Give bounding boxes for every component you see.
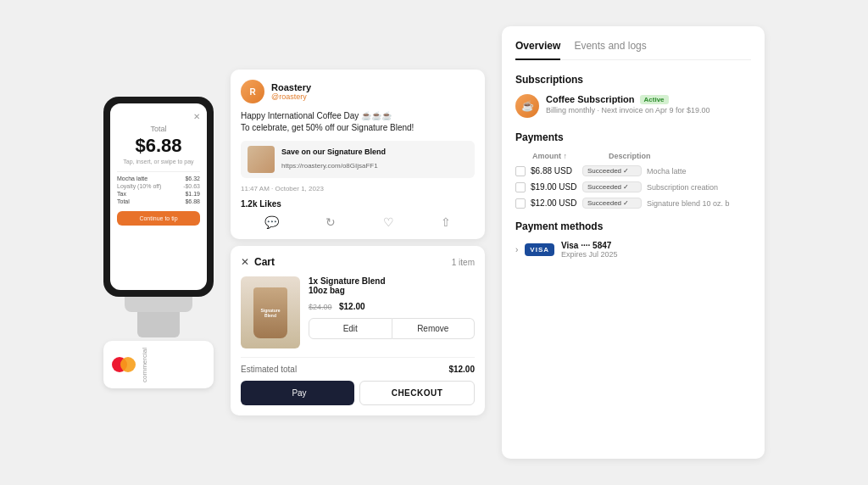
cart-item-image: SignatureBlend [241,276,300,348]
mastercard-icon [112,357,136,372]
payment-checkbox-1[interactable] [515,166,526,176]
reply-button[interactable]: 💬 [264,215,279,229]
terminal-stand [137,312,180,337]
terminal-subtitle: Tap, insert, or swipe to pay [117,159,200,164]
subscription-name: Coffee Subscription [546,94,635,104]
cart-title-row: ✕ Cart [241,256,275,268]
subscriptions-title: Subscriptions [515,74,751,86]
line-item-tax: Tax $1.19 [117,191,200,197]
payment-methods-title: Payment methods [515,220,751,232]
terminal-base [125,297,192,312]
payment-amount-3: $12.00 USD [531,198,577,208]
cart-footer: Estimated total $12.00 Pay CHECKOUT [241,357,475,405]
social-panel: R Roastery @roastery Happy International… [231,70,485,239]
payment-row-2: $19.00 USD Succeeded ✓ Subscription crea… [515,181,751,192]
payment-method-row: › VISA Visa ···· 5847 Expires Jul 2025 [515,241,751,259]
right-panel: Overview Events and logs Subscriptions ☕… [502,26,765,459]
payment-amount-1: $6.88 USD [531,166,577,176]
subscription-details: Coffee Subscription Active Billing month… [546,94,751,114]
middle-panels: R Roastery @roastery Happy International… [231,70,485,415]
method-details: Visa ···· 5847 Expires Jul 2025 [561,241,751,259]
terminal-close-icon[interactable]: ✕ [117,112,200,121]
payment-status-1: Succeeded ✓ [582,165,642,176]
remove-button[interactable]: Remove [392,318,476,339]
link-info: Save on our Signature Blend https://roas… [281,148,386,171]
payment-status-3: Succeeded ✓ [582,198,642,209]
social-actions: 💬 ↻ ♡ ⇧ [241,215,475,229]
share-button[interactable]: ⇧ [441,215,451,229]
checkout-button[interactable]: CHECKOUT [359,381,475,405]
payment-row-1: $6.88 USD Succeeded ✓ Mocha latte [515,165,751,176]
terminal-amount: $6.88 [117,135,200,157]
line-item-total: Total $6.88 [117,198,200,204]
right-panel-tabs: Overview Events and logs [515,40,751,60]
cart-buttons: Pay CHECKOUT [241,381,475,405]
cart-item-pricing: $24.00 $12.00 [309,298,475,313]
payment-checkbox-3[interactable] [515,198,526,209]
cart-item-name: 1x Signature Blend10oz bag [309,276,475,295]
cart-title: Cart [254,256,275,268]
social-account-name: Roastery [271,82,311,92]
cart-panel: ✕ Cart 1 item SignatureBlend 1x Signatur… [231,246,485,415]
link-url: https://roastery.com/o8GIjsaFF1 [281,162,378,170]
cart-close-icon[interactable]: ✕ [241,256,249,268]
bag-label: SignatureBlend [260,308,280,318]
cart-item-count: 1 item [452,258,475,267]
tab-overview[interactable]: Overview [515,40,560,60]
social-post-text: Happy International Coffee Day ☕☕☕To cel… [241,110,475,134]
line-item-mocha: Mocha latte $6.32 [117,176,200,181]
cart-item-details: 1x Signature Blend10oz bag $24.00 $12.00… [309,276,475,348]
cart-total-row: Estimated total $12.00 [241,365,475,374]
payments-table-header: Amount ↑ Description [515,152,751,160]
cart-header: ✕ Cart 1 item [241,256,475,268]
like-button[interactable]: ♡ [383,215,394,229]
edit-button[interactable]: Edit [309,318,392,339]
amount-header: Amount ↑ [532,152,609,160]
social-header: R Roastery @roastery [241,80,475,103]
payments-title: Payments [515,131,751,143]
apple-pay-button[interactable]: Pay [241,381,354,405]
active-badge: Active [640,95,669,104]
continue-to-tip-button[interactable]: Continue to tip [117,211,200,226]
terminal-screen: ✕ Total $6.88 Tap, insert, or swipe to p… [110,103,207,290]
card-label: commercial [141,348,148,382]
social-likes: 1.2k Likes [241,199,475,209]
payment-amount-2: $19.00 USD [531,182,577,192]
subscription-billing: Billing monthly · Next invoice on Apr 9 … [546,106,751,114]
method-name: Visa ···· 5847 [561,241,751,250]
cart-item: SignatureBlend 1x Signature Blend10oz ba… [241,276,475,348]
subscription-name-row: Coffee Subscription Active [546,94,751,104]
link-title: Save on our Signature Blend [281,148,386,156]
social-link-preview[interactable]: Save on our Signature Blend https://roas… [241,141,475,178]
estimated-total-amount: $12.00 [448,365,475,374]
social-meta: 11:47 AM · October 1, 2023 [241,185,475,192]
subscription-item: ☕ Coffee Subscription Active Billing mon… [515,94,751,118]
line-item-loyalty: Loyalty (10% off) -$0.63 [117,183,200,189]
payment-desc-1: Mocha latte [647,167,751,176]
pos-terminal: ✕ Total $6.88 Tap, insert, or swipe to p… [103,97,214,389]
social-account-info: Roastery @roastery [271,82,311,101]
link-thumbnail [248,146,275,173]
retweet-button[interactable]: ↻ [326,215,336,229]
estimated-total-label: Estimated total [241,365,297,374]
cart-item-price: $12.00 [339,302,365,311]
subscription-icon: ☕ [515,94,539,118]
terminal-device: ✕ Total $6.88 Tap, insert, or swipe to p… [103,97,214,297]
social-account-handle: @roastery [271,92,311,101]
bag-shape: SignatureBlend [253,287,287,338]
payments-section: Payments Amount ↑ Description $6.88 USD … [515,131,751,209]
subscriptions-section: Subscriptions ☕ Coffee Subscription Acti… [515,74,751,118]
payment-checkbox-2[interactable] [515,182,526,192]
payment-methods-section: Payment methods › VISA Visa ···· 5847 Ex… [515,220,751,259]
payment-row-3: $12.00 USD Succeeded ✓ Signature blend 1… [515,198,751,209]
terminal-total-label: Total [117,125,200,133]
tab-events-and-logs[interactable]: Events and logs [574,40,646,60]
method-chevron-icon[interactable]: › [515,245,518,254]
avatar: R [241,80,264,103]
card-area: commercial [103,341,214,389]
cart-item-original-price: $24.00 [309,303,332,311]
visa-badge: VISA [525,243,554,256]
method-expiry: Expires Jul 2025 [561,250,751,259]
payment-desc-2: Subscription creation [647,183,751,192]
cart-item-actions: Edit Remove [309,318,475,339]
